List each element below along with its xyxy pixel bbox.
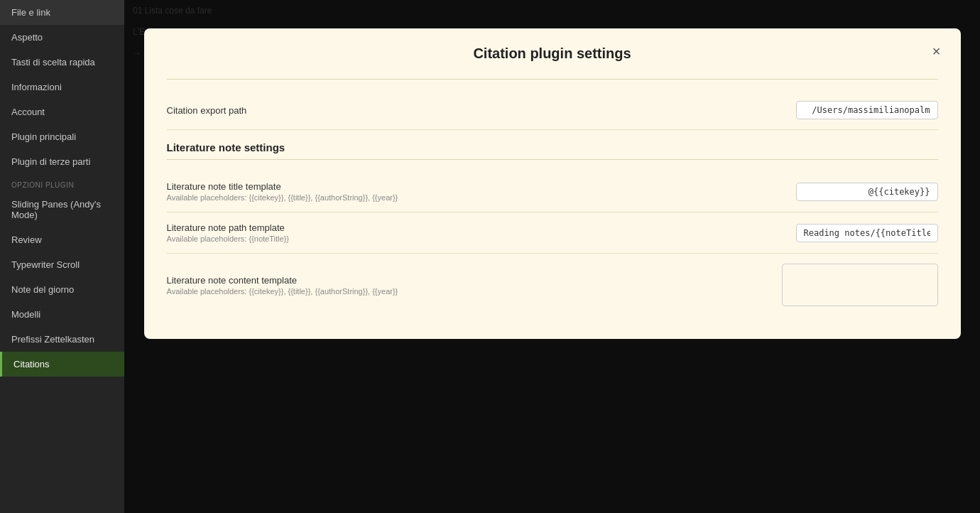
sidebar: File e link Aspetto Tasti di scelta rapi… (0, 0, 124, 513)
literature-note-title-template-row: Literature note title template Available… (167, 171, 938, 212)
literature-note-path-template-row: Literature note path template Available … (167, 212, 938, 254)
main-content: 01 Lista cose da fare L'Europa cristiana… (124, 0, 980, 513)
section-divider (167, 159, 938, 160)
literature-note-title-template-label-group: Literature note title template Available… (167, 181, 398, 202)
sidebar-item-plugin-principali[interactable]: Plugin principali (0, 124, 124, 149)
literature-note-path-label: Literature note path template (167, 222, 289, 233)
citation-settings-modal: Citation plugin settings × Citation expo… (144, 28, 961, 339)
sidebar-item-prefissi-zettelkasten[interactable]: Prefissi Zettelkasten (0, 327, 124, 352)
sidebar-plugin-section-label: OPZIONI PLUGIN (0, 174, 124, 192)
literature-note-title-input[interactable] (796, 183, 938, 201)
sidebar-item-aspetto[interactable]: Aspetto (0, 25, 124, 50)
modal-title: Citation plugin settings (473, 45, 631, 62)
sidebar-item-file-link[interactable]: File e link (0, 0, 124, 25)
header-divider (167, 79, 938, 80)
modal-header: Citation plugin settings × (144, 28, 961, 73)
citation-export-path-label: Citation export path (167, 105, 796, 116)
literature-note-path-template-label-group: Literature note path template Available … (167, 222, 289, 243)
sidebar-item-typewriter-scroll[interactable]: Typewriter Scroll (0, 252, 124, 277)
literature-note-content-sub: Available placeholders: {{citekey}}, {{t… (167, 287, 398, 296)
sidebar-item-review[interactable]: Review (0, 227, 124, 252)
modal-close-button[interactable]: × (927, 41, 947, 61)
literature-note-title-sub: Available placeholders: {{citekey}}, {{t… (167, 193, 398, 202)
modal-overlay: Citation plugin settings × Citation expo… (124, 0, 980, 513)
literature-note-path-sub: Available placeholders: {{noteTitle}} (167, 234, 289, 243)
sidebar-top-section: File e link Aspetto Tasti di scelta rapi… (0, 0, 124, 174)
sidebar-item-account[interactable]: Account (0, 99, 124, 124)
literature-note-settings-heading: Literature note settings (167, 141, 938, 153)
sidebar-item-informazioni[interactable]: Informazioni (0, 75, 124, 99)
citation-export-path-input[interactable] (796, 101, 938, 119)
literature-note-content-label: Literature note content template (167, 275, 398, 286)
literature-note-path-input[interactable] (796, 224, 938, 242)
citation-export-path-row: Citation export path (167, 91, 938, 130)
sidebar-item-plugin-terze[interactable]: Plugin di terze parti (0, 149, 124, 174)
sidebar-item-modelli[interactable]: Modelli (0, 302, 124, 327)
sidebar-item-sliding-panes[interactable]: Sliding Panes (Andy's Mode) (0, 192, 124, 227)
sidebar-item-citations[interactable]: Citations (0, 352, 124, 377)
literature-note-title-label: Literature note title template (167, 181, 398, 192)
sidebar-item-note-del-giorno[interactable]: Note del giorno (0, 277, 124, 302)
literature-note-content-template-row: Literature note content template Availab… (167, 254, 938, 316)
literature-note-content-textarea[interactable] (782, 264, 938, 306)
sidebar-item-tasti[interactable]: Tasti di scelta rapida (0, 50, 124, 75)
modal-body: Citation export path Literature note set… (144, 79, 961, 339)
literature-note-content-template-label-group: Literature note content template Availab… (167, 275, 398, 296)
